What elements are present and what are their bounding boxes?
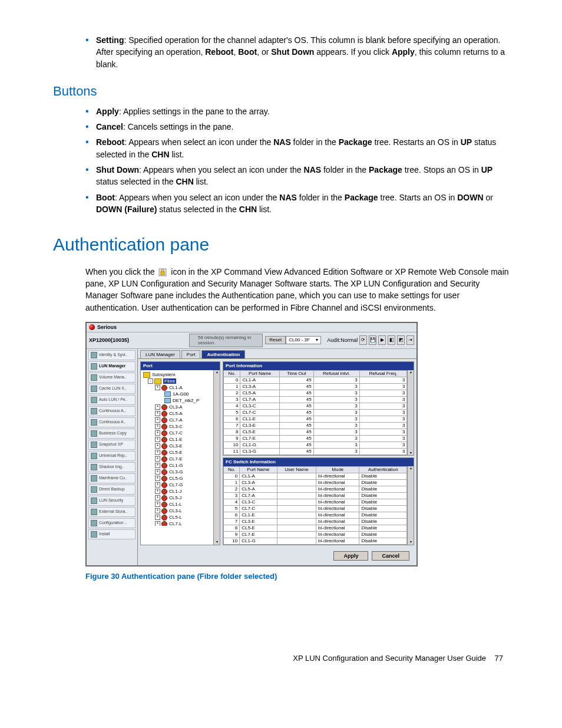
table-row[interactable]: 2CL5-A4533	[224, 390, 407, 397]
sidebar-item[interactable]: Install	[88, 529, 135, 539]
port-range-dropdown[interactable]: CL00 - 3F▾	[286, 336, 321, 344]
sidebar-item[interactable]: Snapshot XP	[88, 440, 135, 450]
table-row[interactable]: 8CL5-Ebi-directionalDisable	[224, 525, 407, 531]
tree-item[interactable]: +CL7-L	[143, 521, 211, 526]
column-header[interactable]: Port Name	[240, 466, 277, 473]
expand-icon[interactable]: +	[155, 404, 160, 410]
port-tree[interactable]: Subsystem-Fibre+CL1-A1A-G00DET_ntk2_P+CL…	[141, 370, 213, 526]
sidebar-item[interactable]: Configuration ..	[88, 518, 135, 528]
toolbar-icon-3[interactable]: ▶	[378, 335, 386, 345]
table-row[interactable]: 9CL7-Ebi-directionalDisable	[224, 531, 407, 538]
sidebar-item[interactable]: Continuous A..	[88, 406, 135, 416]
scrollbar[interactable]: ▴▾	[213, 370, 220, 545]
sidebar-item[interactable]: LUN Security	[88, 496, 135, 506]
expand-icon[interactable]: +	[155, 476, 160, 481]
column-header[interactable]: Mode	[316, 466, 359, 473]
sidebar-item[interactable]: LUN Manager	[88, 361, 135, 371]
scrollbar[interactable]: ▴▾	[407, 466, 414, 545]
apply-button[interactable]: Apply	[333, 551, 368, 561]
reset-button[interactable]: Reset	[265, 336, 286, 344]
table-row[interactable]: 9CL7-E4533	[224, 436, 407, 442]
table-row[interactable]: 4CL3-C4533	[224, 403, 407, 410]
column-header[interactable]: No.	[224, 371, 240, 377]
tree-item[interactable]: +CL7-C	[143, 430, 211, 436]
table-row[interactable]: 1CL3-A4533	[224, 384, 407, 390]
table-row[interactable]: 4CL3-Cbi-directionalDisable	[224, 499, 407, 505]
tree-item[interactable]: +CL5-J	[143, 495, 211, 501]
tree-item[interactable]: +CL1-L	[143, 501, 211, 508]
toolbar-icon-2[interactable]: 💾	[369, 335, 376, 345]
expand-icon[interactable]: +	[155, 385, 160, 390]
sidebar-item[interactable]: Mainframe Co..	[88, 473, 135, 483]
expand-icon[interactable]: +	[155, 521, 160, 526]
sidebar-item[interactable]: Auto LUN / Pe..	[88, 395, 135, 405]
tree-item[interactable]: +CL1-J	[143, 488, 211, 495]
tree-item[interactable]: +CL7-G	[143, 482, 211, 488]
toolbar-icon-5[interactable]: ◩	[397, 335, 405, 345]
tree-item[interactable]: +CL5-E	[143, 449, 211, 456]
table-row[interactable]: 6CL1-Ebi-directionalDisable	[224, 512, 407, 518]
table-row[interactable]: 1CL3-Abi-directionalDisable	[224, 479, 407, 486]
expand-icon[interactable]: +	[155, 495, 160, 500]
sidebar-item[interactable]: Business Copy	[88, 429, 135, 439]
expand-icon[interactable]: +	[155, 417, 160, 423]
tree-item[interactable]: +CL5-L	[143, 514, 211, 521]
tree-item[interactable]: +CL1-G	[143, 462, 211, 469]
sidebar-item[interactable]: Cache LUN X..	[88, 384, 135, 394]
column-header[interactable]: Refusal Intvl.	[313, 371, 359, 377]
tab-port[interactable]: Port	[181, 350, 201, 359]
cancel-button[interactable]: Cancel	[372, 551, 409, 561]
expand-icon[interactable]: +	[155, 463, 160, 468]
tree-item[interactable]: +CL7-E	[143, 456, 211, 462]
collapse-icon[interactable]: -	[148, 378, 153, 384]
table-row[interactable]: 7CL3-Ebi-directionalDisable	[224, 518, 407, 525]
table-row[interactable]: 2CL5-Abi-directionalDisable	[224, 486, 407, 492]
expand-icon[interactable]: +	[155, 482, 160, 487]
sidebar-item[interactable]: Universal Rep..	[88, 451, 135, 461]
toolbar-icon-1[interactable]: ⟳	[359, 335, 367, 345]
sidebar-item[interactable]: Continuous A..	[88, 417, 135, 427]
expand-icon[interactable]: +	[155, 469, 160, 475]
table-row[interactable]: 0CL1-A4533	[224, 377, 407, 384]
table-row[interactable]: 11CL3-G4533	[224, 449, 407, 455]
port-info-table[interactable]: No.Port NameTime OutRefusal Intvl.Refusa…	[223, 370, 407, 455]
tree-item[interactable]: +CL7-A	[143, 417, 211, 423]
tree-item[interactable]: +CL5-A	[143, 410, 211, 417]
tree-item[interactable]: +CL3-E	[143, 443, 211, 449]
table-row[interactable]: 0CL1-Abi-directionalDisable	[224, 473, 407, 479]
table-row[interactable]: 10CL1-G4533	[224, 442, 407, 449]
sidebar-item[interactable]: Direct Backup	[88, 485, 135, 495]
table-row[interactable]: 6CL1-E4533	[224, 416, 407, 423]
column-header[interactable]: Authentication	[359, 466, 407, 473]
expand-icon[interactable]: +	[155, 456, 160, 462]
table-row[interactable]: 8CL5-E4533	[224, 429, 407, 436]
toolbar-icon-6[interactable]: ⇥	[406, 335, 414, 345]
expand-icon[interactable]: +	[155, 508, 160, 513]
tab-lun-manager[interactable]: LUN Manager	[140, 350, 180, 359]
tab-authentication[interactable]: Authentication	[201, 350, 245, 359]
table-row[interactable]: 7CL3-E4533	[224, 423, 407, 429]
column-header[interactable]: Refusal Freq.	[359, 371, 407, 377]
table-row[interactable]: 3CL7-A4533	[224, 397, 407, 403]
tree-item[interactable]: +CL1-E	[143, 436, 211, 443]
expand-icon[interactable]: +	[155, 411, 160, 416]
column-header[interactable]: Time Out	[279, 371, 313, 377]
column-header[interactable]: No.	[224, 466, 240, 473]
sidebar-item[interactable]: Identity & Syst..	[88, 350, 135, 360]
tree-item[interactable]: +CL5-G	[143, 475, 211, 482]
tree-item[interactable]: 1A-G00	[143, 391, 211, 397]
table-row[interactable]: 10CL1-Gbi-directionalDisable	[224, 538, 407, 544]
table-row[interactable]: 5CL7-C4533	[224, 410, 407, 416]
tree-item[interactable]: +CL3-C	[143, 423, 211, 430]
sidebar-item[interactable]: External Stora..	[88, 507, 135, 517]
expand-icon[interactable]: +	[155, 437, 160, 442]
tree-item[interactable]: +CL3-A	[143, 404, 211, 410]
toolbar-icon-4[interactable]: ◧	[388, 335, 395, 345]
column-header[interactable]: User Name	[277, 466, 316, 473]
tree-item[interactable]: +CL1-A	[143, 384, 211, 391]
expand-icon[interactable]: +	[155, 443, 160, 449]
column-header[interactable]: Port Name	[240, 371, 279, 377]
expand-icon[interactable]: +	[155, 450, 160, 455]
expand-icon[interactable]: +	[155, 489, 160, 494]
table-row[interactable]: 5CL7-Cbi-directionalDisable	[224, 505, 407, 512]
